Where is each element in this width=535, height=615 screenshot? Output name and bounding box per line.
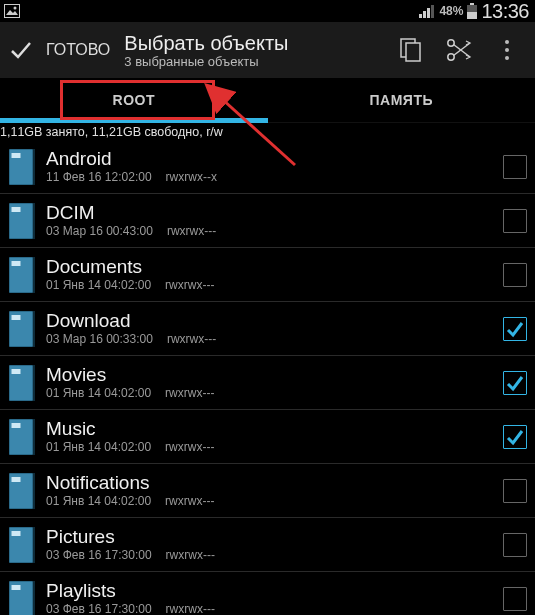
folder-icon — [4, 469, 40, 513]
list-item-permissions: rwxrwx--- — [166, 548, 215, 563]
list-item-checkbox[interactable] — [503, 425, 527, 449]
svg-rect-21 — [33, 203, 35, 239]
list-item-meta: 03 Фев 16 17:30:00rwxrwx--- — [46, 548, 503, 563]
list-item[interactable]: Movies01 Янв 14 04:02:00rwxrwx--- — [0, 356, 535, 410]
list-item-date: 11 Фев 16 12:02:00 — [46, 170, 152, 185]
list-item-name: Documents — [46, 256, 503, 278]
list-item[interactable]: Android11 Фев 16 12:02:00rwxrwx--x — [0, 140, 535, 194]
list-item-permissions: rwxrwx--- — [165, 278, 214, 293]
list-item-meta: 03 Мар 16 00:33:00rwxrwx--- — [46, 332, 503, 347]
clock: 13:36 — [481, 0, 529, 23]
list-item-date: 01 Янв 14 04:02:00 — [46, 278, 151, 293]
list-item-checkbox[interactable] — [503, 263, 527, 287]
svg-rect-11 — [406, 43, 420, 61]
list-item-name: Notifications — [46, 472, 503, 494]
list-item-checkbox[interactable] — [503, 479, 527, 503]
list-item-date: 03 Мар 16 00:33:00 — [46, 332, 153, 347]
svg-rect-29 — [33, 311, 35, 347]
svg-rect-19 — [12, 153, 21, 158]
list-item[interactable]: Music01 Янв 14 04:02:00rwxrwx--- — [0, 410, 535, 464]
svg-rect-0 — [5, 5, 20, 18]
list-item-name: Download — [46, 310, 503, 332]
tab-memory[interactable]: ПАМЯТЬ — [268, 78, 536, 122]
folder-icon — [4, 145, 40, 189]
svg-rect-37 — [33, 419, 35, 455]
list-item[interactable]: Download03 Мар 16 00:33:00rwxrwx--- — [0, 302, 535, 356]
list-item-name: Pictures — [46, 526, 503, 548]
list-item-texts: Music01 Янв 14 04:02:00rwxrwx--- — [46, 418, 503, 455]
list-item-meta: 03 Фев 16 17:30:00rwxrwx--- — [46, 602, 503, 615]
svg-rect-51 — [12, 585, 21, 590]
list-item-name: Movies — [46, 364, 503, 386]
battery-percent: 48% — [439, 4, 463, 18]
list-item-date: 01 Янв 14 04:02:00 — [46, 494, 151, 509]
folder-icon — [4, 577, 40, 616]
status-bar: 48% 13:36 — [0, 0, 535, 22]
list-item-permissions: rwxrwx--- — [165, 440, 214, 455]
list-item-permissions: rwxrwx--- — [167, 332, 216, 347]
list-item[interactable]: DCIM03 Мар 16 00:43:00rwxrwx--- — [0, 194, 535, 248]
action-bar-title-zone: Выбрать объекты 3 выбранные объекты — [124, 32, 383, 69]
list-item[interactable]: Documents01 Янв 14 04:02:00rwxrwx--- — [0, 248, 535, 302]
battery-icon — [467, 3, 477, 19]
list-item-date: 03 Фев 16 17:30:00 — [46, 548, 152, 563]
list-item-permissions: rwxrwx--x — [166, 170, 217, 185]
page-title: Выбрать объекты — [124, 32, 383, 54]
list-item[interactable]: Notifications01 Янв 14 04:02:00rwxrwx--- — [0, 464, 535, 518]
list-item-permissions: rwxrwx--- — [165, 386, 214, 401]
list-item-meta: 01 Янв 14 04:02:00rwxrwx--- — [46, 278, 503, 293]
list-item-permissions: rwxrwx--- — [165, 494, 214, 509]
list-item-name: Android — [46, 148, 503, 170]
svg-rect-6 — [431, 5, 434, 18]
tab-root[interactable]: ROOT — [0, 78, 268, 122]
list-item-texts: DCIM03 Мар 16 00:43:00rwxrwx--- — [46, 202, 503, 239]
storage-tabs: ROOT ПАМЯТЬ — [0, 78, 535, 123]
copy-button[interactable] — [391, 30, 431, 70]
list-item-name: DCIM — [46, 202, 503, 224]
svg-rect-41 — [33, 473, 35, 509]
list-item[interactable]: Playlists03 Фев 16 17:30:00rwxrwx--- — [0, 572, 535, 615]
list-item-permissions: rwxrwx--- — [167, 224, 216, 239]
svg-rect-33 — [33, 365, 35, 401]
folder-icon — [4, 523, 40, 567]
list-item-checkbox[interactable] — [503, 155, 527, 179]
list-item-texts: Movies01 Янв 14 04:02:00rwxrwx--- — [46, 364, 503, 401]
list-item-texts: Download03 Мар 16 00:33:00rwxrwx--- — [46, 310, 503, 347]
storage-summary: 1,11GB занято, 11,21GB свободно, r/w — [0, 123, 535, 140]
svg-rect-17 — [33, 149, 35, 185]
list-item-date: 03 Мар 16 00:43:00 — [46, 224, 153, 239]
svg-rect-35 — [12, 369, 21, 374]
done-label: ГОТОВО — [46, 41, 110, 59]
svg-rect-5 — [427, 8, 430, 18]
list-item-checkbox[interactable] — [503, 317, 527, 341]
list-item-checkbox[interactable] — [503, 587, 527, 611]
overflow-menu-button[interactable] — [487, 30, 527, 70]
list-item-date: 01 Янв 14 04:02:00 — [46, 386, 151, 401]
folder-icon — [4, 415, 40, 459]
svg-point-2 — [14, 7, 17, 10]
list-item-texts: Documents01 Янв 14 04:02:00rwxrwx--- — [46, 256, 503, 293]
cut-button[interactable] — [439, 30, 479, 70]
list-item[interactable]: Pictures03 Фев 16 17:30:00rwxrwx--- — [0, 518, 535, 572]
list-item-checkbox[interactable] — [503, 371, 527, 395]
list-item-date: 03 Фев 16 17:30:00 — [46, 602, 152, 615]
list-item-checkbox[interactable] — [503, 209, 527, 233]
folder-icon — [4, 361, 40, 405]
action-bar: ГОТОВО Выбрать объекты 3 выбранные объек… — [0, 22, 535, 78]
done-button[interactable]: ГОТОВО — [8, 37, 110, 63]
overflow-icon — [505, 40, 509, 60]
folder-icon — [4, 307, 40, 351]
list-item-meta: 01 Янв 14 04:02:00rwxrwx--- — [46, 494, 503, 509]
svg-rect-45 — [33, 527, 35, 563]
svg-rect-43 — [12, 477, 21, 482]
svg-rect-31 — [12, 315, 21, 320]
svg-rect-39 — [12, 423, 21, 428]
tab-memory-label: ПАМЯТЬ — [369, 92, 433, 108]
image-indicator-icon — [4, 4, 20, 18]
list-item-permissions: rwxrwx--- — [166, 602, 215, 615]
folder-icon — [4, 253, 40, 297]
tab-root-label: ROOT — [113, 92, 155, 108]
list-item-checkbox[interactable] — [503, 533, 527, 557]
svg-marker-1 — [6, 10, 18, 15]
list-item-meta: 01 Янв 14 04:02:00rwxrwx--- — [46, 386, 503, 401]
